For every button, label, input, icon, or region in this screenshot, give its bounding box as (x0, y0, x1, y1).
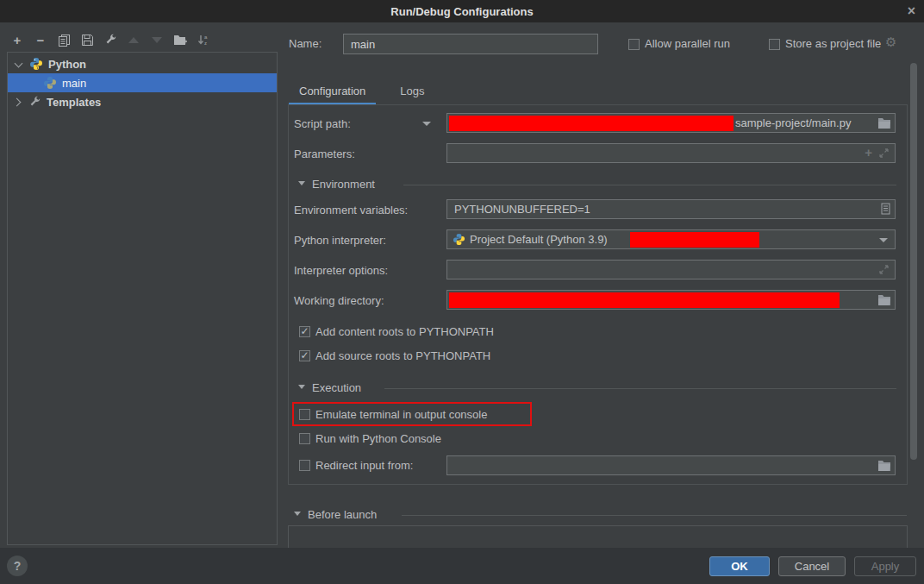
help-button[interactable]: ? (7, 556, 28, 576)
env-vars-value: PYTHONUNBUFFERED=1 (454, 203, 590, 216)
folder-icon[interactable] (877, 460, 891, 474)
emulate-terminal-label: Emulate terminal in output console (315, 408, 487, 421)
new-folder-icon[interactable] (173, 33, 187, 47)
tree-item-python[interactable]: Python (8, 54, 277, 73)
svg-text:z: z (204, 41, 207, 46)
section-divider (402, 515, 907, 516)
edit-templates-icon[interactable] (103, 33, 117, 47)
before-launch-collapse-icon[interactable] (294, 512, 301, 516)
redaction-block (449, 116, 734, 131)
svg-text:a: a (204, 35, 208, 40)
environment-section-header: Environment (312, 178, 375, 191)
add-content-roots-label: Add content roots to PYTHONPATH (315, 325, 494, 338)
redirect-input-label: Redirect input from: (315, 459, 413, 472)
chevron-right-icon[interactable] (13, 97, 22, 106)
add-configuration-icon[interactable]: + (10, 33, 24, 47)
chevron-down-icon[interactable] (15, 59, 23, 67)
section-divider (384, 388, 896, 389)
browse-variables-icon[interactable] (881, 203, 890, 217)
dialog-title: Run/Debug Configurations (390, 5, 533, 18)
move-down-icon (150, 33, 164, 47)
tree-item-templates[interactable]: Templates (8, 92, 277, 111)
apply-button: Apply (854, 556, 916, 576)
python-icon (453, 233, 465, 248)
name-label: Name: (289, 37, 322, 50)
python-icon (29, 57, 43, 71)
store-as-project-file-label: Store as project file (785, 37, 881, 50)
parameters-field[interactable]: + (446, 143, 896, 163)
name-input[interactable] (343, 34, 598, 54)
interpreter-options-label: Interpreter options: (294, 264, 388, 277)
store-as-project-file-checkbox[interactable] (769, 39, 780, 50)
expand-field-icon[interactable] (878, 264, 890, 278)
run-with-python-console-label: Run with Python Console (315, 432, 441, 445)
script-path-label: Script path: (294, 117, 351, 130)
execution-section-header: Execution (312, 381, 361, 394)
wrench-icon (103, 33, 117, 47)
expand-field-icon[interactable] (878, 148, 890, 161)
tab-bar: Configuration Logs (289, 79, 435, 104)
configurations-toolbar: + − (10, 31, 210, 48)
title-bar: Run/Debug Configurations × (0, 0, 924, 22)
tree-item-label: Python (48, 58, 86, 71)
tree-item-label: Templates (47, 96, 101, 109)
gear-icon[interactable]: ⚙ (885, 35, 896, 50)
tab-logs[interactable]: Logs (390, 79, 434, 104)
sort-az-icon: a z (197, 34, 210, 47)
cancel-button[interactable]: Cancel (778, 556, 846, 576)
allow-parallel-run-checkbox[interactable] (628, 39, 640, 50)
emulate-terminal-checkbox[interactable] (299, 409, 310, 420)
configurations-tree: Python main Templates (7, 52, 278, 545)
env-vars-label: Environment variables: (294, 204, 408, 217)
close-icon[interactable]: × (908, 3, 915, 20)
redaction-block (630, 232, 759, 248)
ok-button[interactable]: OK (709, 556, 770, 576)
copy-configuration-icon[interactable] (57, 33, 71, 47)
redirect-input-checkbox[interactable] (299, 460, 310, 471)
interpreter-label: Python interpreter: (294, 234, 386, 247)
environment-collapse-icon[interactable] (298, 181, 305, 185)
move-up-icon (127, 33, 140, 47)
interpreter-options-field[interactable] (446, 260, 896, 279)
allow-parallel-run-label: Allow parallel run (645, 37, 730, 50)
tab-configuration[interactable]: Configuration (289, 79, 376, 104)
remove-configuration-icon[interactable]: − (34, 33, 47, 47)
tree-item-main[interactable]: main (8, 73, 277, 92)
add-content-roots-checkbox[interactable]: ✓ (299, 326, 310, 337)
vertical-scrollbar[interactable] (910, 63, 917, 460)
save-icon (81, 34, 94, 47)
add-source-roots-label: Add source roots to PYTHONPATH (315, 349, 490, 362)
tree-item-label: main (62, 77, 86, 90)
interpreter-value: Project Default (Python 3.9) (470, 233, 608, 246)
chevron-down-icon[interactable] (879, 238, 888, 242)
add-source-roots-checkbox[interactable]: ✓ (299, 350, 310, 361)
execution-collapse-icon[interactable] (298, 385, 305, 389)
working-directory-label: Working directory: (294, 294, 384, 307)
copy-icon (58, 34, 71, 47)
run-debug-configurations-dialog: Run/Debug Configurations × + − (0, 0, 924, 584)
before-launch-task-list[interactable] (288, 525, 908, 549)
new-folder-icon (173, 34, 187, 46)
script-path-field[interactable]: sample-project/main.py (446, 113, 896, 133)
add-macro-icon[interactable]: + (865, 145, 872, 160)
section-divider (403, 185, 896, 185)
python-icon (43, 76, 57, 90)
sort-configurations-icon[interactable]: a z (197, 33, 210, 47)
folder-icon[interactable] (877, 117, 891, 131)
before-launch-section-header: Before launch (308, 508, 377, 521)
env-vars-field[interactable]: PYTHONUNBUFFERED=1 (446, 199, 896, 219)
folder-icon[interactable] (877, 294, 891, 308)
working-directory-field[interactable] (446, 290, 896, 310)
save-configuration-icon[interactable] (80, 33, 94, 47)
parameters-label: Parameters: (294, 148, 355, 160)
interpreter-select[interactable]: Project Default (Python 3.9) (446, 229, 896, 249)
script-path-dropdown-icon[interactable] (422, 122, 431, 126)
wrench-icon (28, 95, 41, 109)
run-with-python-console-checkbox[interactable] (299, 433, 310, 444)
script-path-value: sample-project/main.py (735, 116, 851, 129)
redirect-input-field[interactable] (446, 455, 896, 475)
redaction-block (449, 292, 840, 308)
